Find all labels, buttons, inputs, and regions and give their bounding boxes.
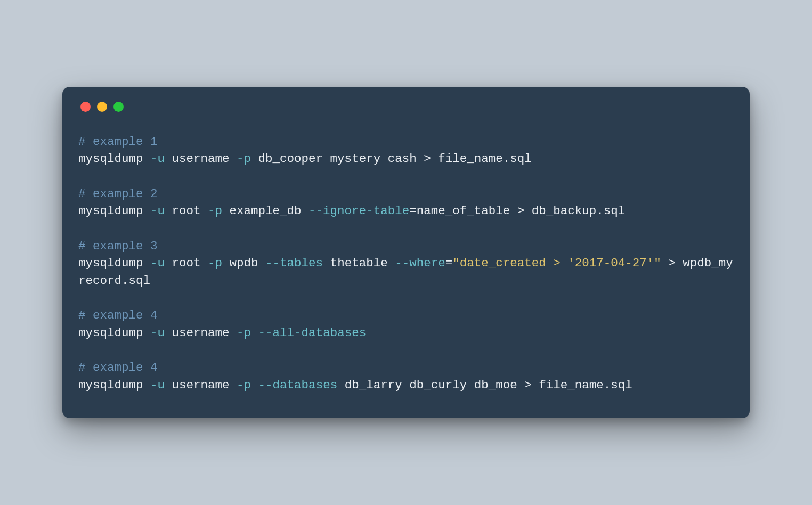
minimize-icon[interactable] xyxy=(97,102,107,112)
code-token: # example 3 xyxy=(78,239,158,253)
close-icon[interactable] xyxy=(80,102,91,112)
code-token: --ignore-table xyxy=(308,204,409,218)
code-token: -p xyxy=(237,152,251,166)
code-token: # example 4 xyxy=(78,308,158,322)
terminal-window: # example 1mysqldump -u username -p db_c… xyxy=(62,87,750,418)
code-token: --all-databases xyxy=(258,326,367,340)
code-line xyxy=(78,289,734,307)
code-token: mysqldump xyxy=(78,256,150,270)
code-token: mysqldump xyxy=(78,378,150,392)
code-token: -u xyxy=(150,256,165,270)
code-token: --databases xyxy=(258,378,338,392)
code-token xyxy=(251,326,258,340)
code-line: # example 3 xyxy=(78,238,734,255)
code-line: mysqldump -u username -p --all-databases xyxy=(78,324,734,342)
code-token: root xyxy=(165,256,208,270)
code-block: # example 1mysqldump -u username -p db_c… xyxy=(78,133,734,394)
code-token: username xyxy=(165,378,237,392)
code-line: mysqldump -u root -p example_db --ignore… xyxy=(78,202,734,220)
window-controls xyxy=(80,102,734,112)
code-token: -u xyxy=(150,378,165,392)
code-token: db_larry db_curly db_moe > file_name.sql xyxy=(337,378,632,392)
code-token: username xyxy=(165,152,237,166)
code-line: # example 2 xyxy=(78,185,734,203)
code-token: username xyxy=(165,326,237,340)
code-line: mysqldump -u username -p db_cooper myste… xyxy=(78,150,734,168)
code-token: # example 2 xyxy=(78,187,158,201)
code-line xyxy=(78,220,734,238)
code-token: mysqldump xyxy=(78,326,150,340)
code-token xyxy=(251,378,258,392)
code-token: db_cooper mystery cash > file_name.sql xyxy=(251,152,532,166)
code-line xyxy=(78,168,734,185)
code-line: mysqldump -u username -p --databases db_… xyxy=(78,377,734,394)
code-token: example_db xyxy=(222,204,308,218)
code-token: = xyxy=(445,256,453,270)
code-token: wpdb xyxy=(222,256,265,270)
code-line: # example 1 xyxy=(78,133,734,151)
code-token: -p xyxy=(237,378,251,392)
code-token: -p xyxy=(208,204,222,218)
code-token: "date_created > '2017-04-27'" xyxy=(452,256,661,270)
code-token: -u xyxy=(150,326,165,340)
code-token: -p xyxy=(208,256,222,270)
code-line: # example 4 xyxy=(78,307,734,324)
zoom-icon[interactable] xyxy=(113,102,124,112)
code-token: =name_of_table > db_backup.sql xyxy=(409,204,625,218)
code-token: thetable xyxy=(323,256,395,270)
code-token: # example 1 xyxy=(78,135,158,149)
code-token: -p xyxy=(237,326,251,340)
code-token: --tables xyxy=(265,256,323,270)
code-token: mysqldump xyxy=(78,204,150,218)
code-line: # example 4 xyxy=(78,359,734,377)
code-token: mysqldump xyxy=(78,152,150,166)
code-token: root xyxy=(165,204,208,218)
code-line xyxy=(78,341,734,359)
code-token: -u xyxy=(150,204,165,218)
code-token: # example 4 xyxy=(78,361,158,374)
code-token: --where xyxy=(395,256,445,270)
code-token: -u xyxy=(150,152,165,166)
code-line: mysqldump -u root -p wpdb --tables theta… xyxy=(78,255,734,289)
